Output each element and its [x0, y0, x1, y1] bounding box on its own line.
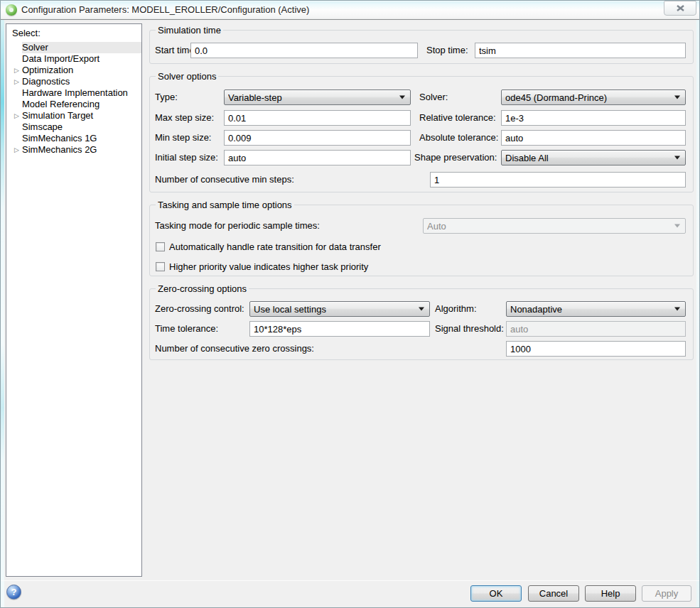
start-time-input[interactable] [190, 43, 418, 58]
sidebar-item-solver[interactable]: Solver [6, 42, 141, 53]
help-button[interactable]: Help [585, 585, 636, 602]
sidebar-item-label: Data Import/Export [22, 53, 141, 65]
checkbox-icon [156, 262, 165, 271]
solver-label: Solver: [419, 89, 448, 105]
consecutive-min-steps-label: Number of consecutive min steps: [155, 172, 294, 188]
title-bar: Configuration Parameters: MODELL_EROLLER… [0, 0, 700, 20]
sidebar-item-data-import-export[interactable]: Data Import/Export [6, 53, 141, 65]
window-title: Configuration Parameters: MODELL_EROLLER… [21, 0, 309, 19]
stop-time-label: Stop time: [426, 43, 468, 58]
sidebar-item-label: Simulation Target [22, 110, 141, 121]
solver-dropdown[interactable]: ode45 (Dormand-Prince) [501, 89, 686, 105]
shape-preservation-dropdown-value: Disable All [505, 153, 549, 163]
shape-preservation-dropdown[interactable]: Disable All [501, 150, 686, 165]
window-frame-left-glow [1, 20, 4, 607]
signal-threshold-label: Signal threshold: [435, 321, 504, 337]
sidebar-item-label: Hardware Implementation [22, 87, 141, 99]
type-label: Type: [155, 89, 178, 105]
simulation-time-group-title: Simulation time [156, 25, 223, 36]
sidebar-item-label: SimMechanics 2G [22, 144, 141, 156]
cancel-button[interactable]: Cancel [528, 585, 579, 602]
tasking-options-group-title: Tasking and sample time options [156, 200, 294, 210]
algorithm-dropdown[interactable]: Nonadaptive [506, 301, 686, 317]
zero-crossing-control-label: Zero-crossing control: [155, 301, 244, 317]
sidebar-item-label: Diagnostics [22, 76, 141, 87]
stop-time-input[interactable] [475, 43, 686, 58]
sidebar-item-label: SimMechanics 1G [22, 133, 141, 144]
sidebar-panel: Select: SolverData Import/Export▷Optimiz… [6, 23, 142, 577]
expand-arrow-icon[interactable]: ▷ [6, 76, 22, 87]
select-label: Select: [6, 24, 141, 42]
chevron-down-icon [419, 308, 424, 311]
algorithm-label: Algorithm: [435, 301, 477, 317]
min-step-size-label: Min step size: [155, 130, 211, 146]
sidebar-item-label: Model Referencing [22, 99, 141, 110]
sidebar-item-simscape[interactable]: Simscape [6, 121, 141, 133]
sidebar-item-label: Optimization [22, 65, 141, 76]
absolute-tolerance-label: Absolute tolerance: [419, 130, 498, 146]
window-frame-right-glow [696, 20, 699, 607]
ok-button[interactable]: OK [470, 585, 522, 602]
sidebar-item-simulation-target[interactable]: ▷Simulation Target [6, 110, 141, 121]
sidebar-item-optimization[interactable]: ▷Optimization [6, 65, 141, 76]
algorithm-dropdown-value: Nonadaptive [510, 304, 562, 315]
chevron-down-icon [674, 96, 680, 99]
chevron-down-icon [674, 308, 680, 311]
solver-options-group-title: Solver options [156, 71, 218, 82]
close-button[interactable] [664, 1, 696, 16]
relative-tolerance-label: Relative tolerance: [419, 110, 496, 126]
consecutive-min-steps-input[interactable] [430, 172, 686, 188]
auto-rate-transition-checkbox[interactable]: Automatically handle rate transition for… [156, 241, 381, 252]
footer-separator [0, 580, 700, 581]
type-dropdown[interactable]: Variable-step [224, 89, 411, 105]
max-step-size-label: Max step size: [155, 110, 214, 126]
close-icon [677, 5, 684, 11]
sidebar-item-label: Simscape [22, 121, 141, 133]
zero-crossing-options-group-title: Zero-crossing options [156, 283, 249, 294]
shape-preservation-label: Shape preservation: [414, 150, 497, 165]
min-step-size-input[interactable] [224, 130, 411, 146]
gear-icon [6, 4, 17, 16]
chevron-down-icon [399, 96, 405, 99]
auto-rate-transition-checkbox-label: Automatically handle rate transition for… [169, 241, 381, 252]
apply-button: Apply [642, 585, 691, 602]
signal-threshold-input [506, 321, 686, 337]
zero-crossing-control-dropdown-value: Use local settings [254, 304, 326, 315]
chevron-down-icon [674, 224, 680, 228]
chevron-down-icon [674, 156, 680, 160]
sidebar-item-hardware-implementation[interactable]: Hardware Implementation [6, 87, 141, 99]
category-tree: SolverData Import/Export▷Optimization▷Di… [6, 42, 141, 156]
consecutive-zero-crossings-input[interactable] [506, 341, 686, 357]
initial-step-size-input[interactable] [224, 150, 411, 165]
initial-step-size-label: Initial step size: [155, 150, 218, 165]
expand-arrow-icon[interactable]: ▷ [6, 65, 22, 76]
absolute-tolerance-input[interactable] [501, 130, 686, 146]
type-dropdown-value: Variable-step [228, 92, 282, 103]
consecutive-zero-crossings-label: Number of consecutive zero crossings: [155, 341, 314, 357]
checkbox-icon [156, 242, 165, 251]
sidebar-item-label: Solver [22, 42, 141, 53]
solver-dropdown-value: ode45 (Dormand-Prince) [505, 92, 607, 103]
sidebar-item-diagnostics[interactable]: ▷Diagnostics [6, 76, 141, 87]
tasking-mode-dropdown-value: Auto [427, 221, 446, 232]
sidebar-item-simmechanics-2g[interactable]: ▷SimMechanics 2G [6, 144, 141, 156]
expand-arrow-icon[interactable]: ▷ [6, 110, 22, 121]
max-step-size-input[interactable] [224, 110, 411, 126]
higher-priority-checkbox-label: Higher priority value indicates higher t… [169, 261, 368, 272]
time-tolerance-label: Time tolerance: [155, 321, 218, 337]
tasking-mode-dropdown: Auto [423, 218, 686, 234]
relative-tolerance-input[interactable] [501, 110, 686, 126]
time-tolerance-input[interactable] [249, 321, 430, 337]
higher-priority-checkbox[interactable]: Higher priority value indicates higher t… [156, 261, 368, 272]
sidebar-item-model-referencing[interactable]: Model Referencing [6, 99, 141, 110]
expand-arrow-icon[interactable]: ▷ [6, 144, 22, 156]
tasking-mode-label: Tasking mode for periodic sample times: [155, 218, 320, 234]
help-icon[interactable]: ? [6, 585, 21, 599]
sidebar-item-simmechanics-1g[interactable]: SimMechanics 1G [6, 133, 141, 144]
zero-crossing-control-dropdown[interactable]: Use local settings [249, 301, 430, 317]
